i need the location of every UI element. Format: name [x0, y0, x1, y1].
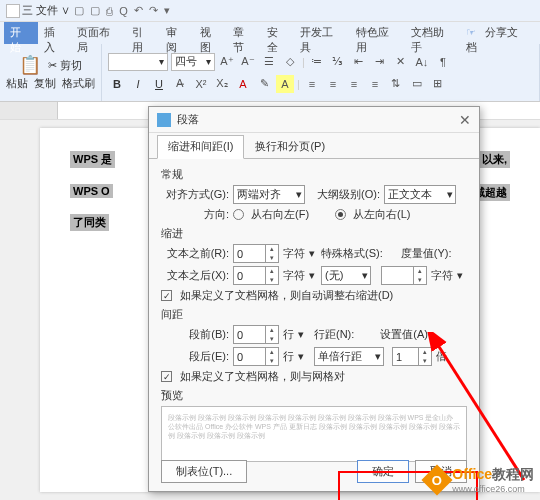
svg-line-0 — [436, 342, 524, 480]
dialog-tabs: 缩进和间距(I) 换行和分页(P) — [149, 133, 479, 159]
shrink-font-icon[interactable]: A⁻ — [239, 53, 257, 71]
close-icon[interactable]: ✕ — [459, 112, 471, 128]
tab-view[interactable]: 视图 — [194, 22, 228, 44]
auto-indent-checkbox[interactable] — [161, 290, 172, 301]
underline-icon[interactable]: U — [150, 75, 168, 93]
char-unit: 字符 — [431, 268, 453, 283]
tab-helper[interactable]: 文档助手 — [405, 22, 460, 44]
auto-indent-label: 如果定义了文档网格，则自动调整右缩进(D) — [180, 288, 393, 303]
line-unit: 行 — [283, 327, 294, 342]
space-after-spinner[interactable]: 0▴▾ — [233, 347, 279, 366]
settings-icon[interactable]: ✕ — [392, 53, 410, 71]
tab-line-page-break[interactable]: 换行和分页(P) — [244, 135, 336, 158]
tab-dev[interactable]: 开发工具 — [294, 22, 349, 44]
special-label: 特殊格式(S): — [321, 246, 383, 261]
space-after-label: 段后(E): — [161, 349, 229, 364]
font-size-select[interactable]: 四号▾ — [171, 53, 215, 71]
fill-icon[interactable]: A — [276, 75, 294, 93]
tab-reference[interactable]: 引用 — [126, 22, 160, 44]
section-spacing: 间距 — [161, 307, 467, 322]
doc-text: WPS 是 — [70, 151, 115, 168]
para-icon[interactable]: ¶ — [434, 53, 452, 71]
doc-text: 了同类 — [70, 214, 109, 231]
ltr-radio[interactable] — [335, 209, 346, 220]
alignment-select[interactable]: 两端对齐▾ — [233, 185, 305, 204]
special-select[interactable]: (无)▾ — [321, 266, 371, 285]
after-text-label: 文本之后(X): — [161, 268, 229, 283]
grow-font-icon[interactable]: A⁺ — [218, 53, 236, 71]
tab-insert[interactable]: 插入 — [38, 22, 72, 44]
align-center-icon[interactable]: ≡ — [324, 75, 342, 93]
tab-start[interactable]: 开始 — [4, 22, 38, 44]
sub-icon[interactable]: X₂ — [213, 75, 231, 93]
measure-label: 度量值(Y): — [401, 246, 452, 261]
outline-select[interactable]: 正文文本▾ — [384, 185, 456, 204]
numbering-icon[interactable]: ⅓ — [329, 53, 347, 71]
watermark-icon: O — [422, 464, 453, 495]
ltr-label: 从左向右(L) — [353, 207, 410, 222]
line-spacing-icon[interactable]: ⇅ — [387, 75, 405, 93]
align-right-icon[interactable]: ≡ — [345, 75, 363, 93]
alignment-label: 对齐方式(G): — [161, 187, 229, 202]
tab-review[interactable]: 审阅 — [160, 22, 194, 44]
sort-icon[interactable]: A↓ — [413, 53, 431, 71]
watermark-url: www.office26.com — [452, 484, 534, 494]
watermark: O Office教程网 www.office26.com — [426, 466, 534, 494]
space-before-label: 段前(B): — [161, 327, 229, 342]
dialog-titlebar: 段落 ✕ — [149, 107, 479, 133]
tab-layout[interactable]: 页面布局 — [71, 22, 126, 44]
doc-text: WPS O — [70, 184, 113, 198]
paste-label[interactable]: 粘贴 — [6, 76, 28, 91]
paste-icon[interactable]: 📋 — [19, 54, 41, 76]
ribbon-tabs: 开始 插入 页面布局 引用 审阅 视图 章节 安全 开发工具 特色应用 文档助手… — [0, 22, 540, 44]
toolbar-icon[interactable]: ▢ — [74, 4, 84, 17]
dialog-icon — [157, 113, 171, 127]
toolbar-icon[interactable]: ▢ — [90, 4, 100, 17]
clear-format-icon[interactable]: ◇ — [281, 53, 299, 71]
title-bar: 三 文件 ∨ ▢ ▢ ⎙ Q ↶ ↷ ▾ — [0, 0, 540, 22]
change-case-icon[interactable]: ☰ — [260, 53, 278, 71]
super-icon[interactable]: X² — [192, 75, 210, 93]
tab-indent-spacing[interactable]: 缩进和间距(I) — [157, 135, 244, 159]
tabstops-button[interactable]: 制表位(T)... — [161, 460, 247, 483]
measure-spinner[interactable]: ▴▾ — [381, 266, 427, 285]
rtl-radio[interactable] — [233, 209, 244, 220]
font-color-icon[interactable]: A — [234, 75, 252, 93]
copy-button[interactable]: 复制 — [34, 76, 56, 91]
highlight-icon[interactable]: ✎ — [255, 75, 273, 93]
char-unit: 字符 — [283, 268, 305, 283]
file-menu[interactable]: 三 文件 ∨ — [22, 3, 70, 18]
italic-icon[interactable]: I — [129, 75, 147, 93]
line-unit: 行 — [283, 349, 294, 364]
space-before-spinner[interactable]: 0▴▾ — [233, 325, 279, 344]
clipboard-group: 📋 ✂ 剪切 粘贴 复制 格式刷 — [0, 44, 102, 101]
tab-special[interactable]: 特色应用 — [350, 22, 405, 44]
border-icon[interactable]: ⊞ — [429, 75, 447, 93]
grid-space-checkbox[interactable] — [161, 371, 172, 382]
redo-icon[interactable]: ↷ — [149, 4, 158, 17]
font-family-select[interactable]: ▾ — [108, 53, 168, 71]
dropdown-icon[interactable]: ▾ — [164, 4, 170, 17]
before-text-spinner[interactable]: 0▴▾ — [233, 244, 279, 263]
tab-security[interactable]: 安全 — [261, 22, 295, 44]
char-unit: 字符 — [283, 246, 305, 261]
undo-icon[interactable]: ↶ — [134, 4, 143, 17]
align-justify-icon[interactable]: ≡ — [366, 75, 384, 93]
share-link[interactable]: ☞ 分享文档 — [460, 22, 540, 44]
strike-icon[interactable]: A̶ — [171, 75, 189, 93]
align-left-icon[interactable]: ≡ — [303, 75, 321, 93]
tab-section[interactable]: 章节 — [227, 22, 261, 44]
outline-label: 大纲级别(O): — [317, 187, 380, 202]
toolbar-icon[interactable]: ⎙ — [106, 5, 113, 17]
shading-icon[interactable]: ▭ — [408, 75, 426, 93]
after-text-spinner[interactable]: 0▴▾ — [233, 266, 279, 285]
toolbar-icon[interactable]: Q — [119, 5, 128, 17]
indent-inc-icon[interactable]: ⇥ — [371, 53, 389, 71]
list-icon[interactable]: ≔ — [308, 53, 326, 71]
cut-button[interactable]: ✂ 剪切 — [48, 58, 82, 73]
indent-dec-icon[interactable]: ⇤ — [350, 53, 368, 71]
bold-icon[interactable]: B — [108, 75, 126, 93]
format-painter[interactable]: 格式刷 — [62, 76, 95, 91]
grid-space-label: 如果定义了文档网格，则与网格对 — [180, 369, 345, 384]
before-text-label: 文本之前(R): — [161, 246, 229, 261]
